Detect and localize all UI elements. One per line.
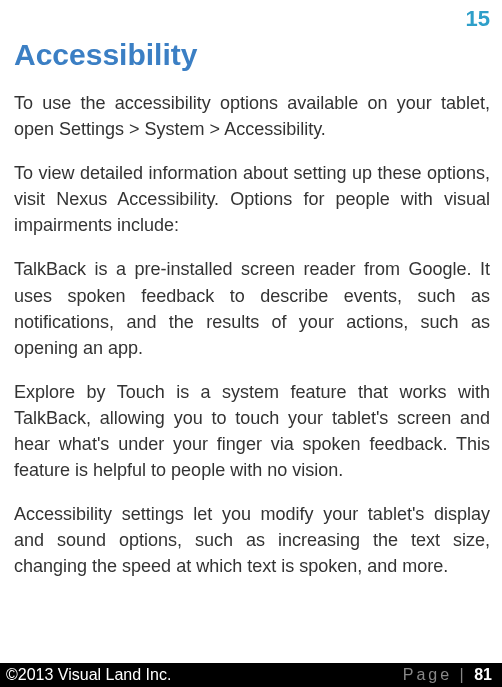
paragraph-talkback: TalkBack is a pre-installed screen reade… (14, 256, 490, 360)
footer-page-label: Page (403, 666, 452, 683)
page-number-top: 15 (466, 6, 490, 32)
footer-page-number: 81 (474, 666, 492, 683)
paragraph-detail: To view detailed information about setti… (14, 160, 490, 238)
heading-accessibility: Accessibility (14, 38, 490, 72)
paragraph-settings: Accessibility settings let you modify yo… (14, 501, 490, 579)
paragraph-explore: Explore by Touch is a system feature tha… (14, 379, 490, 483)
footer-separator: | (452, 666, 474, 683)
footer-page: Page | 81 (403, 666, 492, 684)
footer-bar: ©2013 Visual Land Inc. Page | 81 (0, 663, 502, 687)
main-content: Accessibility To use the accessibility o… (0, 0, 502, 580)
footer-copyright: ©2013 Visual Land Inc. (6, 666, 171, 684)
paragraph-intro: To use the accessibility options availab… (14, 90, 490, 142)
